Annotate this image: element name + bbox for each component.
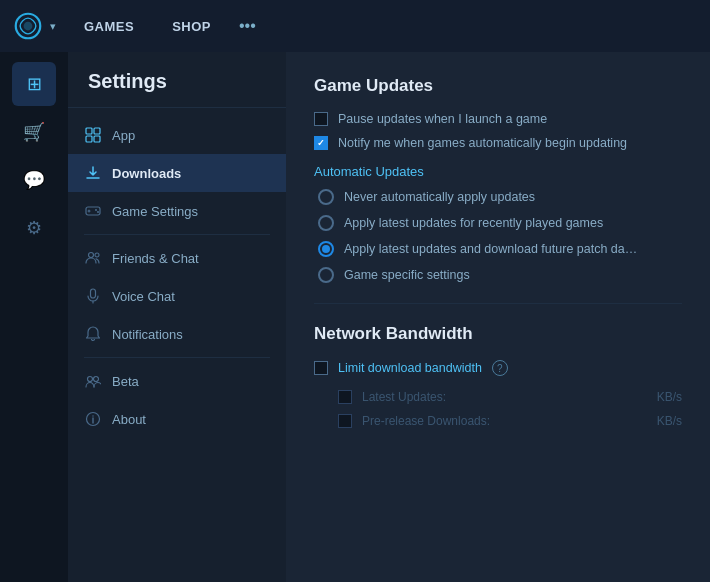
pause-updates-label: Pause updates when I launch a game	[338, 112, 547, 126]
sidebar-item-game-settings[interactable]: Game Settings	[68, 192, 286, 230]
svg-rect-3	[94, 128, 100, 134]
nav-shop[interactable]: SHOP	[162, 13, 221, 40]
svg-rect-4	[86, 136, 92, 142]
sidebar-item-notifications[interactable]: Notifications	[68, 315, 286, 353]
svg-point-1	[24, 22, 33, 31]
beta-icon	[84, 372, 102, 390]
settings-title: Settings	[68, 52, 286, 108]
network-bandwidth-title: Network Bandwidth	[314, 324, 682, 344]
bandwidth-checkbox[interactable]	[314, 361, 328, 375]
svg-rect-2	[86, 128, 92, 134]
game-settings-icon	[84, 202, 102, 220]
top-nav: ▾ GAMES SHOP •••	[0, 0, 710, 52]
notify-updates-label: Notify me when games automatically begin…	[338, 136, 627, 150]
radio-game-specific-row: Game specific settings	[318, 267, 682, 283]
voice-chat-icon	[84, 287, 102, 305]
prerelease-label: Pre-release Downloads:	[362, 414, 647, 428]
svg-point-19	[92, 415, 93, 416]
svg-point-10	[97, 211, 99, 213]
logo[interactable]	[12, 10, 44, 42]
logo-dropdown-arrow[interactable]: ▾	[50, 20, 56, 33]
sidebar-item-app-label: App	[112, 128, 135, 143]
latest-updates-unit: KB/s	[657, 390, 682, 404]
svg-rect-5	[94, 136, 100, 142]
prerelease-unit: KB/s	[657, 414, 682, 428]
bandwidth-label: Limit download bandwidth	[338, 361, 482, 375]
icon-sidebar: ⊞ 🛒 💬 ⚙	[0, 52, 68, 582]
radio-apply-future-row: Apply latest updates and download future…	[318, 241, 682, 257]
sidebar-icon-gear[interactable]: ⚙	[12, 206, 56, 250]
svg-point-9	[95, 209, 97, 211]
sidebar-item-friends-chat-label: Friends & Chat	[112, 251, 199, 266]
svg-point-15	[88, 377, 93, 382]
pause-updates-checkbox[interactable]	[314, 112, 328, 126]
prerelease-checkbox[interactable]	[338, 414, 352, 428]
sidebar-item-downloads[interactable]: Downloads	[68, 154, 286, 192]
svg-point-16	[94, 377, 99, 382]
downloads-icon	[84, 164, 102, 182]
notify-updates-row: Notify me when games automatically begin…	[314, 136, 682, 150]
nav-divider-1	[84, 234, 270, 235]
sidebar-item-downloads-label: Downloads	[112, 166, 181, 181]
sidebar-icon-grid[interactable]: ⊞	[12, 62, 56, 106]
content-area: Game Updates Pause updates when I launch…	[286, 52, 710, 582]
app-icon	[84, 126, 102, 144]
svg-point-12	[95, 253, 99, 257]
radio-never[interactable]	[318, 189, 334, 205]
game-updates-title: Game Updates	[314, 76, 682, 96]
svg-rect-13	[91, 289, 96, 298]
radio-never-row: Never automatically apply updates	[318, 189, 682, 205]
latest-updates-label: Latest Updates:	[362, 390, 647, 404]
notify-updates-checkbox[interactable]	[314, 136, 328, 150]
sidebar-item-voice-chat-label: Voice Chat	[112, 289, 175, 304]
section-divider	[314, 303, 682, 304]
latest-updates-row: Latest Updates: KB/s	[338, 390, 682, 404]
notifications-icon	[84, 325, 102, 343]
radio-game-specific-label: Game specific settings	[344, 268, 470, 282]
latest-updates-checkbox[interactable]	[338, 390, 352, 404]
svg-point-11	[89, 253, 94, 258]
sidebar-item-friends-chat[interactable]: Friends & Chat	[68, 239, 286, 277]
nav-more[interactable]: •••	[239, 17, 256, 35]
radio-recently-played[interactable]	[318, 215, 334, 231]
nav-divider-2	[84, 357, 270, 358]
sidebar-item-notifications-label: Notifications	[112, 327, 183, 342]
sidebar-icon-chat[interactable]: 💬	[12, 158, 56, 202]
sidebar-icon-cart[interactable]: 🛒	[12, 110, 56, 154]
radio-never-label: Never automatically apply updates	[344, 190, 535, 204]
radio-recently-played-row: Apply latest updates for recently played…	[318, 215, 682, 231]
sidebar-item-about-label: About	[112, 412, 146, 427]
sidebar-item-beta-label: Beta	[112, 374, 139, 389]
bandwidth-row: Limit download bandwidth ?	[314, 360, 682, 376]
radio-apply-future-label: Apply latest updates and download future…	[344, 242, 637, 256]
main-layout: ⊞ 🛒 💬 ⚙ Settings App	[0, 52, 710, 582]
radio-apply-future[interactable]	[318, 241, 334, 257]
sidebar-item-about[interactable]: About	[68, 400, 286, 438]
nav-games[interactable]: GAMES	[74, 13, 144, 40]
pause-updates-row: Pause updates when I launch a game	[314, 112, 682, 126]
prerelease-row: Pre-release Downloads: KB/s	[338, 414, 682, 428]
bandwidth-info-icon[interactable]: ?	[492, 360, 508, 376]
sidebar-item-beta[interactable]: Beta	[68, 362, 286, 400]
settings-nav: App Downloads	[68, 108, 286, 446]
sidebar-item-voice-chat[interactable]: Voice Chat	[68, 277, 286, 315]
radio-game-specific[interactable]	[318, 267, 334, 283]
friends-icon	[84, 249, 102, 267]
about-icon	[84, 410, 102, 428]
settings-panel: Settings App	[68, 52, 286, 582]
sidebar-item-app[interactable]: App	[68, 116, 286, 154]
radio-recently-played-label: Apply latest updates for recently played…	[344, 216, 603, 230]
auto-updates-label: Automatic Updates	[314, 164, 682, 179]
sidebar-item-game-settings-label: Game Settings	[112, 204, 198, 219]
radio-group: Never automatically apply updates Apply …	[318, 189, 682, 283]
